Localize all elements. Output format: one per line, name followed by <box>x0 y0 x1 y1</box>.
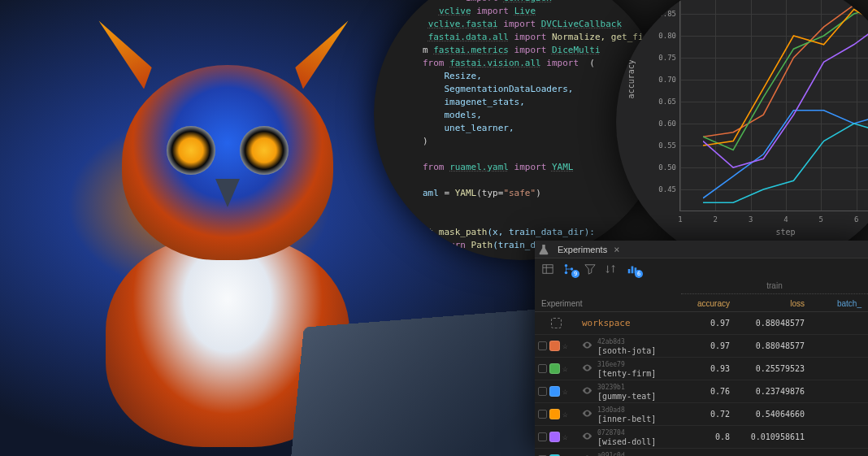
workspace-icon <box>551 318 562 328</box>
experiment-name: [sooth-jota] <box>597 346 656 355</box>
color-chip[interactable] <box>549 363 560 374</box>
x-tick-label: 2 <box>714 215 718 224</box>
y-tick-label: 0.65 <box>655 98 676 106</box>
experiments-table-header: Experiment train accuracy loss batch_ <box>535 280 868 312</box>
y-tick-label: 0.75 <box>655 54 676 62</box>
column-batch[interactable]: batch_ <box>811 294 868 311</box>
y-tick-label: 0.60 <box>655 119 676 128</box>
experiment-name: [wised-doll] <box>597 437 656 446</box>
experiment-name: [gummy-teat] <box>597 392 656 401</box>
experiment-hash: 13d0ad8 <box>597 406 656 415</box>
column-group-train: train <box>681 280 868 294</box>
experiment-name: [tenty-firm] <box>597 369 656 378</box>
experiment-loss: 0.88048577 <box>736 341 811 350</box>
color-chip[interactable] <box>549 341 560 351</box>
experiment-row[interactable]: ☆ 42ab8d3 [sooth-jota] 0.97 0.88048577 <box>535 335 868 358</box>
experiment-row[interactable]: ☆ 30239b1 [gummy-teat] 0.76 0.23749876 <box>535 380 868 403</box>
color-chip[interactable] <box>549 386 560 397</box>
experiment-hash: 316ee79 <box>597 360 656 369</box>
experiment-row[interactable]: ☆ 316ee79 [tenty-firm] 0.93 0.25579523 <box>535 358 868 380</box>
chart-x-axis-label: step <box>775 228 795 237</box>
x-tick-label: 6 <box>854 215 858 224</box>
experiment-hash: 0728704 <box>597 428 656 437</box>
svg-rect-6 <box>628 269 631 273</box>
workspace-loss: 0.88048577 <box>736 319 811 328</box>
eye-icon[interactable] <box>582 431 593 443</box>
plots-icon[interactable]: 6 <box>626 263 639 276</box>
experiment-accuracy: 0.97 <box>681 341 736 350</box>
sort-icon[interactable] <box>605 263 618 276</box>
eye-icon[interactable] <box>582 408 593 420</box>
x-tick-label: 5 <box>819 215 823 224</box>
experiment-loss: 0.25579523 <box>736 364 811 373</box>
y-tick-label: 0.45 <box>655 185 676 193</box>
x-tick-label: 4 <box>783 215 788 224</box>
svg-rect-0 <box>543 265 553 274</box>
experiment-row-workspace[interactable]: workspace 0.97 0.88048577 <box>535 312 868 335</box>
row-checkbox[interactable] <box>538 341 547 350</box>
accuracy-chart: accuracy 0.900.850.800.750.700.650.600.5… <box>616 0 868 268</box>
experiment-hash: a091c0d <box>597 451 656 457</box>
experiment-loss: 0.54064660 <box>736 410 811 419</box>
branch-icon[interactable]: 9 <box>562 263 575 276</box>
laptop-illustration <box>289 304 569 456</box>
y-tick-label: 0.50 <box>655 163 676 172</box>
experiment-accuracy: 0.8 <box>681 432 736 441</box>
y-tick-label: 0.80 <box>655 32 676 40</box>
row-checkbox[interactable] <box>538 387 547 396</box>
star-icon[interactable]: ☆ <box>562 363 568 374</box>
y-tick-label: 0.70 <box>655 76 676 84</box>
experiments-panel: Experiments × 9 6 Experiment train accur… <box>535 241 868 456</box>
y-tick-label: 0.55 <box>655 141 676 150</box>
svg-point-3 <box>565 264 568 267</box>
panel-titlebar: Experiments × <box>535 241 868 258</box>
star-icon[interactable]: ☆ <box>562 341 568 351</box>
row-checkbox[interactable] <box>538 432 547 441</box>
experiment-row[interactable]: ☆ a091c0d [tacky-ossa] 0.6 0.34270033 <box>535 449 868 456</box>
star-icon[interactable]: ☆ <box>562 432 568 442</box>
chart-y-axis-label: accuracy <box>627 59 636 98</box>
experiment-accuracy: 0.93 <box>681 364 736 373</box>
svg-rect-7 <box>631 267 634 274</box>
column-accuracy[interactable]: accuracy <box>681 294 736 311</box>
x-tick-label: 1 <box>678 215 682 224</box>
row-checkbox[interactable] <box>538 364 547 373</box>
color-chip[interactable] <box>549 409 560 419</box>
experiment-row[interactable]: ☆ 0728704 [wised-doll] 0.8 0.010958611 <box>535 426 868 449</box>
x-tick-label: 3 <box>749 215 753 224</box>
experiment-loss: 0.23749876 <box>736 387 811 396</box>
y-tick-label: 0.85 <box>655 10 676 18</box>
chart-grid: step 1234567 <box>679 0 868 211</box>
panel-tab-experiments[interactable]: Experiments <box>553 245 612 254</box>
column-experiment[interactable]: Experiment <box>535 280 681 311</box>
star-icon[interactable]: ☆ <box>562 386 568 397</box>
eye-icon[interactable] <box>582 363 593 375</box>
experiment-loss: 0.010958611 <box>736 432 811 441</box>
filter-icon[interactable] <box>584 263 597 276</box>
color-chip[interactable] <box>549 432 560 442</box>
chart-lines <box>703 0 868 211</box>
beaker-icon <box>538 244 549 255</box>
table-view-icon[interactable] <box>541 263 554 276</box>
experiment-accuracy: 0.76 <box>681 387 736 396</box>
svg-point-4 <box>565 271 568 275</box>
eye-icon[interactable] <box>582 340 593 352</box>
experiment-hash: 42ab8d3 <box>597 337 656 346</box>
experiment-name: [inner-belt] <box>597 415 656 423</box>
workspace-accuracy: 0.97 <box>681 319 736 328</box>
experiment-hash: 30239b1 <box>597 383 656 392</box>
experiment-row[interactable]: ☆ 13d0ad8 [inner-belt] 0.72 0.54064660 <box>535 403 868 426</box>
column-loss[interactable]: loss <box>736 294 811 311</box>
row-checkbox[interactable] <box>538 410 547 419</box>
eye-icon[interactable] <box>582 385 593 397</box>
close-icon[interactable]: × <box>614 244 619 255</box>
workspace-label: workspace <box>582 318 631 328</box>
experiment-accuracy: 0.72 <box>681 410 736 419</box>
star-icon[interactable]: ☆ <box>562 409 568 419</box>
experiments-toolbar: 9 6 <box>535 258 868 280</box>
